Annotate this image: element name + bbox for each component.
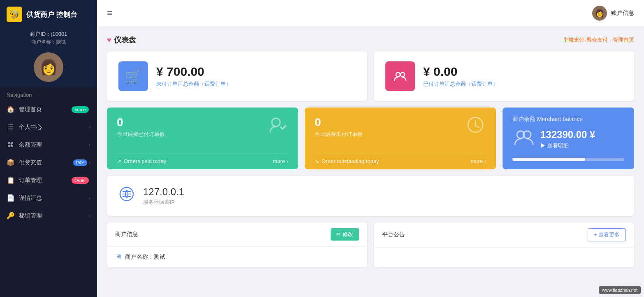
key-icon: 🔑	[7, 212, 15, 220]
merchant-card-title: 商户信息	[115, 231, 138, 238]
paid-today-icon	[267, 114, 288, 139]
ip-card: 127.0.0.1 服务器回调IP	[107, 176, 634, 216]
sidebar: 🐝 供货商户 控制台 商户ID：j10001 商户名称：测试 👩 Navigat…	[0, 0, 97, 297]
chevron-right-icon: ›	[89, 124, 90, 130]
account-label: 账户信息	[611, 9, 634, 17]
unpaid-info: ¥ 700.00 未付订单汇总金额（话费订单）	[156, 65, 231, 88]
paid-today-label: 今日话费已付订单数	[117, 131, 165, 138]
users-icon-box	[385, 61, 415, 91]
sidebar-item-profile[interactable]: ☰ 个人中心 ›	[0, 118, 97, 136]
breadcrumb-current: 管理首页	[613, 36, 634, 44]
topbar-avatar: 👩	[592, 6, 607, 21]
svg-point-1	[401, 72, 405, 77]
pay-badge: PAY	[73, 159, 87, 166]
home-badge: home	[72, 106, 89, 113]
logo-icon: 🐝	[7, 7, 22, 22]
announcement-body	[374, 248, 634, 261]
breadcrumb: 皇城支付-聚合支付 › 管理首页	[563, 36, 634, 44]
sidebar-item-label: 秘钥管理	[19, 212, 89, 220]
sidebar-item-secrets[interactable]: 🔑 秘钥管理 ›	[0, 207, 97, 225]
outstanding-icon	[465, 114, 486, 139]
outstanding-num: 0	[315, 116, 363, 129]
footer-left: ↘ Order outstanding today	[315, 158, 379, 164]
page-title: ♥ 仪表盘	[107, 35, 136, 45]
svg-point-0	[396, 72, 400, 77]
view-more-button[interactable]: + 查看更多	[588, 228, 626, 241]
sidebar-item-orders[interactable]: 📋 订单管理 Order	[0, 171, 97, 189]
announcement-card: 平台公告 + 查看更多	[374, 222, 634, 267]
announcement-header: 平台公告 + 查看更多	[374, 222, 634, 248]
sidebar-item-label: 个人中心	[19, 124, 89, 131]
stats-row-1: 🛒 ¥ 700.00 未付订单汇总金额（话费订单） ¥ 0.00	[107, 51, 634, 101]
balance-icon: ⌘	[7, 141, 15, 149]
app-title: 供货商户 控制台	[26, 10, 77, 19]
server-icon	[118, 186, 135, 206]
chevron-right-icon: ›	[89, 195, 90, 201]
sidebar-item-label: 供货充值	[19, 159, 73, 166]
paid-info: ¥ 0.00 已付订单汇总金额（话费订单）	[423, 65, 498, 88]
topbar: ≡ 👩 账户信息	[97, 0, 644, 27]
paid-today-num: 0	[117, 116, 165, 129]
edit-button[interactable]: ✏ 修改	[331, 228, 359, 241]
merchant-card-body: 🖥 商户名称：测试	[107, 247, 367, 267]
footer-text: Orders paid today	[124, 158, 166, 164]
cart-icon-box: 🛒	[118, 61, 148, 91]
paid-today-card: 0 今日话费已付订单数 ↗ Orders paid today	[107, 108, 298, 169]
dashboard-title: 仪表盘	[114, 35, 136, 45]
sidebar-item-details[interactable]: 📄 详情汇总 ›	[0, 189, 97, 207]
ip-info: 127.0.0.1 服务器回调IP	[143, 186, 184, 206]
account-button[interactable]: 👩 账户信息	[592, 6, 634, 21]
outstanding-label: 今日话费未付订单数	[315, 131, 363, 138]
merchant-id: 商户ID：j10001	[7, 30, 90, 38]
outstanding-today-card: 0 今日话费未付订单数 ↘ Order outstanding today	[305, 108, 496, 169]
recharge-icon: 📦	[7, 159, 15, 166]
watermark: www.tiaozhan.net	[599, 286, 641, 294]
unpaid-label[interactable]: 未付订单汇总金额（话费订单）	[156, 80, 231, 88]
monitor-icon: 🖥	[115, 253, 122, 261]
more-link[interactable]: more ›	[470, 158, 486, 164]
menu-toggle-button[interactable]: ≡	[107, 8, 112, 19]
paid-orders-card: ¥ 0.00 已付订单汇总金额（话费订单）	[374, 51, 634, 101]
sidebar-item-balance[interactable]: ⌘ 余额管理 ›	[0, 136, 97, 154]
more-link[interactable]: more ›	[273, 158, 288, 164]
balance-bar-fill	[512, 158, 585, 161]
footer-text: Order outstanding today	[322, 158, 379, 164]
merchant-card-header: 商户信息 ✏ 修改	[107, 222, 367, 247]
balance-users-icon	[512, 126, 534, 152]
sidebar-item-home[interactable]: 🏠 管理首页 home	[0, 101, 97, 118]
nav-label: Navigation	[0, 88, 97, 101]
profile-icon: ☰	[7, 123, 15, 131]
merchant-balance-card: 商户余额 Merchant balance 132390.00 ¥ ▶ 查看明细	[503, 108, 634, 169]
balance-title: 商户余额 Merchant balance	[512, 116, 624, 123]
stats-row-2: 0 今日话费已付订单数 ↗ Orders paid today	[107, 108, 634, 169]
page-header: ♥ 仪表盘 皇城支付-聚合支付 › 管理首页	[107, 35, 634, 45]
footer-left: ↗ Orders paid today	[117, 158, 166, 164]
sidebar-item-recharge[interactable]: 📦 供货充值 PAY ›	[0, 154, 97, 171]
unpaid-orders-card: 🛒 ¥ 700.00 未付订单汇总金额（话费订单）	[107, 51, 367, 101]
chevron-right-icon: ›	[89, 213, 90, 219]
sidebar-item-label: 详情汇总	[19, 194, 89, 202]
trend-icon: ↘	[315, 158, 319, 164]
ip-label: 服务器回调IP	[143, 199, 184, 206]
breadcrumb-link[interactable]: 皇城支付-聚合支付	[563, 36, 607, 44]
paid-today-footer: ↗ Orders paid today more ›	[117, 154, 288, 169]
sidebar-header: 🐝 供货商户 控制台	[0, 0, 97, 26]
balance-bar-track	[512, 158, 624, 161]
merchant-info-block: 商户ID：j10001 商户名称：测试	[0, 26, 97, 48]
balance-inner: 132390.00 ¥ ▶ 查看明细	[512, 126, 624, 152]
avatar-wrap: 👩	[0, 48, 97, 88]
svg-point-2	[272, 118, 280, 126]
balance-right: 132390.00 ¥ ▶ 查看明细	[540, 129, 595, 150]
sidebar-item-label: 管理首页	[19, 106, 72, 113]
breadcrumb-separator: ›	[609, 37, 611, 43]
view-detail-link[interactable]: ▶ 查看明细	[540, 142, 595, 150]
details-icon: 📄	[7, 194, 15, 202]
balance-progress-bar	[512, 158, 624, 161]
ip-value: 127.0.0.1	[143, 186, 184, 198]
announcement-title: 平台公告	[382, 231, 405, 239]
chevron-right-icon: ›	[89, 160, 90, 166]
balance-amount: 132390.00 ¥	[540, 129, 595, 140]
trend-icon: ↗	[117, 158, 121, 164]
paid-label[interactable]: 已付订单汇总金额（话费订单）	[423, 80, 498, 88]
outstanding-inner: 0 今日话费未付订单数	[315, 116, 486, 139]
